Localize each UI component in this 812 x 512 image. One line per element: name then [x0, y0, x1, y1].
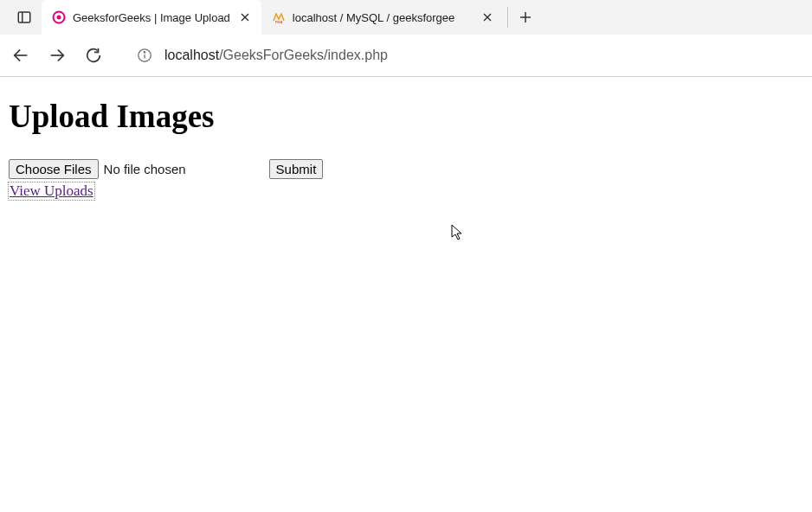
svg-point-3	[57, 16, 61, 20]
back-button[interactable]	[10, 45, 31, 66]
svg-rect-0	[18, 12, 30, 22]
tab-close-button[interactable]	[480, 10, 495, 25]
choose-files-button[interactable]: Choose Files	[9, 159, 99, 179]
view-uploads-link[interactable]: View Uploads	[9, 182, 94, 200]
tab-close-button[interactable]	[237, 10, 253, 25]
favicon-phpmyadmin-icon: PMA	[272, 10, 286, 24]
page-content: Upload Images Choose Files No file chose…	[0, 77, 812, 208]
upload-form-row: Choose Files No file chosen Submit	[9, 159, 803, 179]
cursor-icon	[451, 224, 465, 241]
forward-button[interactable]	[47, 45, 68, 66]
new-tab-button[interactable]	[512, 0, 539, 35]
submit-button[interactable]: Submit	[269, 159, 324, 179]
favicon-geeksforgeeks-icon	[52, 10, 66, 24]
address-bar[interactable]: localhost/GeeksForGeeks/index.php	[164, 48, 388, 63]
address-host: localhost	[164, 48, 219, 62]
address-path: /GeeksForGeeks/index.php	[219, 48, 388, 62]
tab-inactive[interactable]: PMA localhost / MySQL / geeksforgee	[261, 0, 504, 35]
file-status-text: No file chosen	[104, 162, 186, 176]
reload-button[interactable]	[83, 45, 104, 66]
tab-panel-button[interactable]	[7, 0, 42, 35]
page-title: Upload Images	[9, 98, 803, 135]
tab-title: GeeksforGeeks | Image Upload	[73, 11, 230, 24]
svg-text:PMA: PMA	[275, 20, 283, 24]
svg-point-15	[144, 52, 145, 53]
tab-bar: GeeksforGeeks | Image Upload PMA localho…	[0, 0, 812, 35]
site-info-icon[interactable]	[137, 48, 152, 63]
tab-active[interactable]: GeeksforGeeks | Image Upload	[42, 0, 261, 35]
tab-divider	[507, 7, 508, 28]
nav-bar: localhost/GeeksForGeeks/index.php	[0, 35, 812, 76]
tab-title: localhost / MySQL / geeksforgee	[293, 11, 473, 24]
